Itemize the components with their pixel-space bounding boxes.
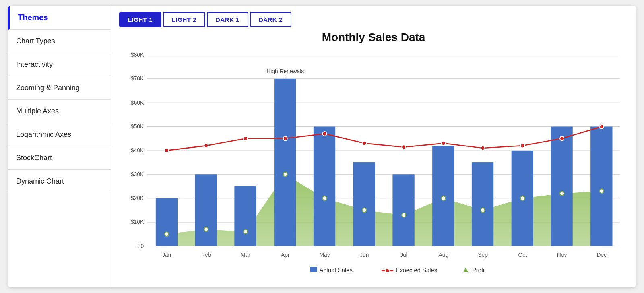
- bar-jun: [353, 162, 375, 246]
- dot-profit-jun: [362, 208, 366, 213]
- profit-area: [167, 174, 602, 246]
- theme-buttons-group: LIGHT 1 LIGHT 2 DARK 1 DARK 2: [119, 12, 628, 27]
- dot-expected-apr: [283, 136, 287, 141]
- svg-text:Expected Sales: Expected Sales: [396, 266, 437, 272]
- bar-jan: [156, 198, 178, 246]
- dot-expected-oct: [520, 144, 524, 148]
- svg-text:Profit: Profit: [472, 266, 486, 272]
- svg-text:$20K: $20K: [131, 194, 144, 201]
- dot-expected-nov: [560, 136, 564, 141]
- bar-nov: [551, 127, 572, 246]
- svg-marker-37: [462, 268, 470, 272]
- svg-text:Feb: Feb: [201, 252, 211, 258]
- chart-area: Monthly Sales Data: [119, 31, 628, 281]
- dot-expected-may: [323, 132, 327, 136]
- svg-text:Jan: Jan: [162, 252, 171, 258]
- sidebar-item-zooming-panning[interactable]: Zooming & Panning: [8, 76, 111, 100]
- svg-text:Sep: Sep: [478, 252, 488, 258]
- theme-btn-light2[interactable]: LIGHT 2: [163, 12, 205, 27]
- dot-profit-apr: [283, 172, 287, 177]
- dot-profit-oct: [520, 196, 524, 200]
- svg-text:$70K: $70K: [131, 75, 144, 82]
- chart-svg: $0 $10K $20K $30K $40K $50K $60K $70K $8…: [119, 46, 628, 272]
- dot-expected-dec: [600, 124, 604, 129]
- svg-text:Nov: Nov: [557, 252, 567, 258]
- svg-text:$30K: $30K: [131, 171, 144, 177]
- dot-expected-jul: [402, 145, 406, 149]
- svg-text:$40K: $40K: [131, 147, 144, 154]
- bar-dec: [590, 127, 612, 246]
- dot-profit-feb: [204, 227, 208, 231]
- svg-text:Oct: Oct: [518, 252, 527, 258]
- themes-label: Themes: [18, 13, 48, 22]
- content-area: LIGHT 1 LIGHT 2 DARK 1 DARK 2 Monthly Sa…: [111, 6, 636, 287]
- svg-text:Dec: Dec: [597, 252, 607, 258]
- dot-expected-jan: [165, 149, 169, 153]
- main-container: Themes Chart Types Interactivity Zooming…: [8, 6, 636, 287]
- chart-title: Monthly Sales Data: [119, 31, 628, 44]
- expected-sales-line: [167, 127, 602, 151]
- dot-profit-sep: [481, 208, 485, 213]
- chart-svg-wrapper: $0 $10K $20K $30K $40K $50K $60K $70K $8…: [119, 46, 628, 272]
- sidebar-item-chart-types[interactable]: Chart Types: [8, 30, 111, 53]
- sidebar-item-multiple-axes[interactable]: Multiple Axes: [8, 100, 111, 123]
- dot-expected-jun: [362, 141, 366, 146]
- dot-expected-feb: [204, 144, 208, 148]
- bar-apr: [274, 79, 296, 246]
- dot-profit-aug: [442, 196, 446, 200]
- svg-text:Aug: Aug: [439, 252, 449, 258]
- bar-feb: [195, 174, 217, 246]
- sidebar-themes-section[interactable]: Themes: [8, 6, 111, 30]
- svg-text:$60K: $60K: [131, 99, 144, 106]
- sidebar-item-logarithmic-axes[interactable]: Logarithmic Axes: [8, 123, 111, 146]
- sidebar-item-interactivity[interactable]: Interactivity: [8, 53, 111, 76]
- dot-profit-dec: [600, 189, 604, 193]
- theme-btn-dark1[interactable]: DARK 1: [207, 12, 248, 27]
- svg-rect-32: [310, 267, 317, 272]
- svg-text:$80K: $80K: [131, 51, 144, 58]
- theme-btn-light1[interactable]: LIGHT 1: [119, 12, 161, 27]
- svg-text:Jul: Jul: [400, 252, 407, 258]
- svg-text:Mar: Mar: [241, 252, 250, 258]
- bar-mar: [234, 186, 256, 246]
- svg-point-35: [386, 268, 390, 272]
- dot-profit-may: [323, 196, 327, 200]
- bar-sep: [472, 162, 493, 246]
- dot-profit-jan: [165, 232, 169, 236]
- svg-text:Actual Sales: Actual Sales: [320, 266, 353, 272]
- bar-may: [314, 127, 335, 246]
- theme-btn-dark2[interactable]: DARK 2: [250, 12, 291, 27]
- sidebar-item-stockchart[interactable]: StockChart: [8, 146, 111, 170]
- svg-text:$10K: $10K: [131, 219, 144, 225]
- svg-text:$50K: $50K: [131, 123, 144, 130]
- annotation-high-renewals: High Renewals: [266, 68, 304, 74]
- dot-profit-nov: [560, 191, 564, 196]
- svg-text:May: May: [319, 252, 330, 258]
- sidebar: Themes Chart Types Interactivity Zooming…: [8, 6, 111, 287]
- svg-text:Apr: Apr: [281, 252, 290, 258]
- dot-profit-jul: [402, 213, 406, 217]
- svg-text:$0: $0: [138, 242, 144, 249]
- dot-expected-sep: [481, 146, 485, 151]
- svg-text:Jun: Jun: [360, 252, 369, 258]
- dot-profit-mar: [244, 229, 248, 234]
- sidebar-item-dynamic-chart[interactable]: Dynamic Chart: [8, 170, 111, 193]
- dot-expected-mar: [244, 136, 248, 141]
- dot-expected-aug: [442, 141, 446, 146]
- bar-jul: [392, 174, 414, 246]
